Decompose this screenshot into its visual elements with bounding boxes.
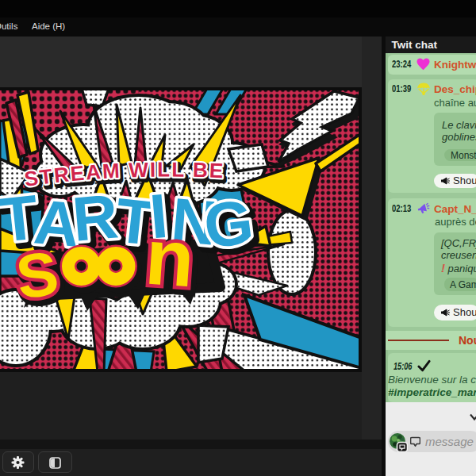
svg-text:G: G	[200, 186, 257, 262]
svg-text:n: n	[143, 211, 198, 303]
